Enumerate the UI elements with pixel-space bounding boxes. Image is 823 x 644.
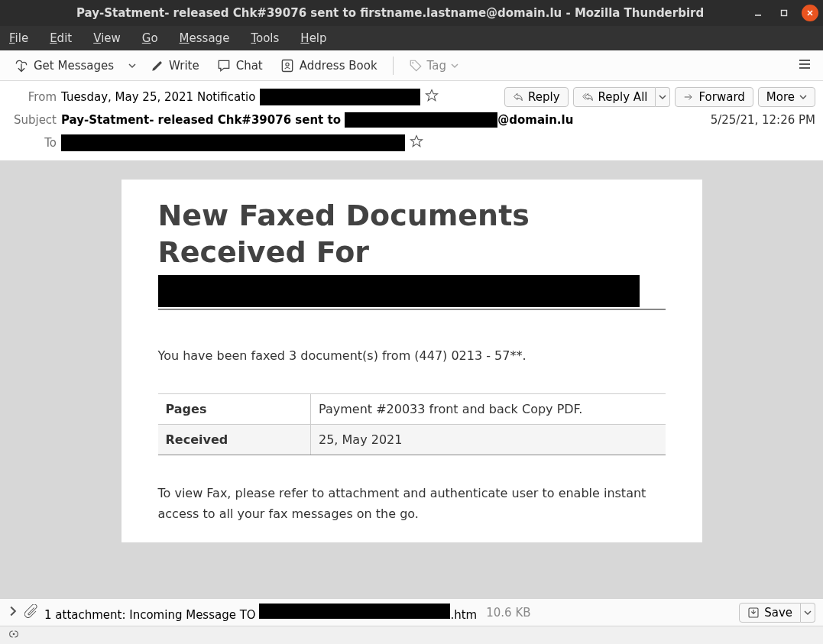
star-outline-icon [425,89,439,102]
table-key: Pages [158,394,311,425]
chevron-down-icon [128,62,136,70]
minimize-icon [753,8,763,18]
more-button[interactable]: More [758,87,815,107]
window-title: Pay-Statment- released Chk#39076 sent to… [76,6,704,20]
maximize-icon [779,8,789,18]
message-date: 5/25/21, 12:26 PM [711,113,815,127]
table-row: Pages Payment #20033 front and back Copy… [158,394,666,425]
get-messages-button[interactable]: Get Messages [8,55,120,76]
star-to-button[interactable] [410,134,423,151]
message-header: From Tuesday, May 25, 2021 Notificatio R… [0,81,823,161]
subject-label: Subject [8,113,57,127]
addressbook-icon [280,58,295,73]
tag-button[interactable]: Tag [403,56,465,76]
table-row: Received 25, May 2021 [158,425,666,455]
body-title-redacted [158,275,640,307]
message-body-area: New Faxed Documents Received For You hav… [0,161,823,598]
menu-file[interactable]: File [9,31,28,45]
write-label: Write [169,59,199,73]
paperclip-icon [24,604,38,621]
reply-all-button[interactable]: Reply All [573,87,656,107]
menu-help[interactable]: Help [300,31,326,45]
attachment-label[interactable]: 1 attachment: Incoming Message TO .htm [44,604,477,622]
subject-redacted [345,112,497,128]
svg-point-11 [13,633,15,636]
chevron-down-icon [804,609,812,616]
chevron-right-icon [8,606,18,616]
hamburger-icon [797,57,812,72]
menu-go[interactable]: Go [142,31,158,45]
tag-label: Tag [427,59,446,73]
star-outline-icon [410,134,423,148]
main-toolbar: Get Messages Write Chat Address Book Tag [0,50,823,81]
svg-point-5 [286,63,289,66]
write-button[interactable]: Write [144,56,206,76]
email-content: New Faxed Documents Received For You hav… [122,180,702,542]
from-value-prefix: Tuesday, May 25, 2021 Notificatio [61,90,255,104]
svg-rect-1 [782,11,787,16]
chevron-down-icon [451,62,458,70]
menu-bar: File Edit View Go Message Tools Help [0,26,823,50]
body-instructions: To view Fax, please refer to attachment … [158,483,666,524]
address-book-button[interactable]: Address Book [274,55,384,76]
pencil-icon [151,59,164,73]
attachment-size: 10.6 KB [486,606,530,620]
chat-button[interactable]: Chat [210,55,269,76]
download-cloud-icon [14,58,29,73]
get-messages-dropdown[interactable] [125,55,140,76]
table-val: 25, May 2021 [311,425,666,455]
reply-all-icon [582,92,594,102]
table-val: Payment #20033 front and back Copy PDF. [311,394,666,425]
save-dropdown[interactable] [801,603,815,623]
menu-view[interactable]: View [93,31,121,45]
chevron-down-icon [659,93,666,101]
table-key: Received [158,425,311,455]
from-label: From [8,90,57,104]
window-titlebar: Pay-Statment- released Chk#39076 sent to… [0,0,823,26]
menu-tools[interactable]: Tools [251,31,279,45]
reply-all-dropdown[interactable] [656,87,670,107]
menu-message[interactable]: Message [180,31,230,45]
close-icon [805,8,815,18]
save-icon [747,607,760,619]
body-title: New Faxed Documents Received For [158,198,666,270]
app-menu-button[interactable] [794,53,815,78]
window-maximize-button[interactable] [776,5,792,21]
chat-icon [216,58,232,73]
body-table: Pages Payment #20033 front and back Copy… [158,393,666,455]
online-status-icon[interactable] [8,628,20,642]
subject-value: Pay-Statment- released Chk#39076 sent to… [61,112,573,128]
body-divider [158,309,666,310]
to-redacted [61,134,405,151]
forward-icon [683,92,694,102]
from-redacted [260,89,420,105]
star-button[interactable] [425,89,439,105]
reply-icon [513,92,523,102]
attachment-bar: 1 attachment: Incoming Message TO .htm 1… [0,598,823,626]
menu-edit[interactable]: Edit [50,31,72,45]
reply-button[interactable]: Reply [504,87,569,107]
to-label: To [8,136,57,150]
get-messages-label: Get Messages [34,59,114,73]
chat-label: Chat [236,59,263,73]
attachment-expand[interactable] [8,606,18,620]
tag-icon [409,59,423,73]
save-button[interactable]: Save [739,603,801,623]
forward-button[interactable]: Forward [675,87,753,107]
toolbar-separator [393,57,394,75]
header-actions: Reply Reply All Forward More [504,87,815,107]
address-book-label: Address Book [300,59,377,73]
svg-point-6 [412,62,413,63]
chevron-down-icon [799,93,807,101]
window-minimize-button[interactable] [750,5,766,21]
status-bar [0,626,823,644]
body-intro: You have been faxed 3 document(s) from (… [158,348,666,363]
attachment-redacted [259,604,450,619]
window-close-button[interactable] [802,5,818,21]
